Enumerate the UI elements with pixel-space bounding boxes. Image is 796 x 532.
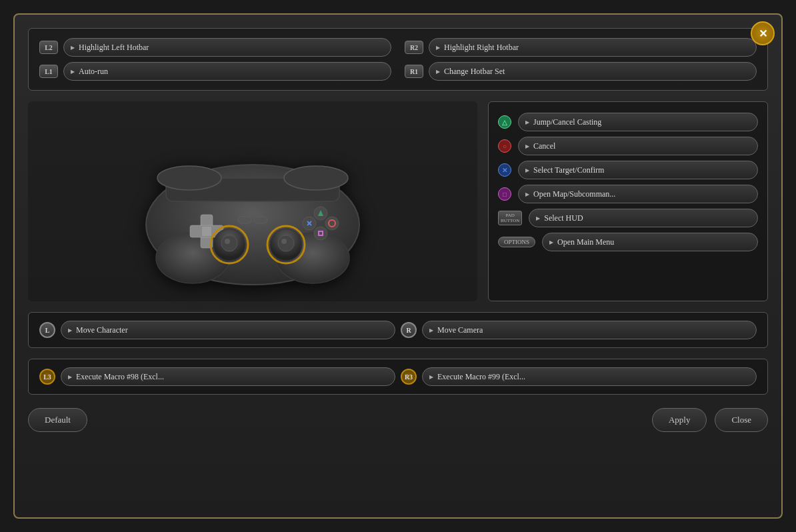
cross-icon: ✕ (498, 163, 511, 177)
svg-point-21 (325, 217, 339, 230)
r-stick-row: R ▶ Move Camera (401, 321, 757, 339)
l3-action-label: Execute Macro #98 (Excl... (76, 372, 164, 382)
controller-illustration (126, 115, 379, 288)
face-buttons-panel: △ ▶ Jump/Cancel Casting ○ ▶ Cancel ✕ ▶ (488, 101, 768, 301)
svg-point-12 (225, 239, 230, 244)
play-icon: ▶ (525, 119, 529, 125)
l3-action-btn[interactable]: ▶ Execute Macro #98 (Excl... (61, 367, 395, 386)
cross-action-label: Select Target/Confirm (533, 165, 604, 175)
l2-row: L2 ▶ Highlight Left Hotbar (39, 38, 391, 57)
circle-action-label: Cancel (533, 141, 555, 151)
play-icon: ▶ (436, 69, 440, 75)
circle-row: ○ ▶ Cancel (498, 137, 758, 155)
options-action-label: Open Main Menu (557, 237, 614, 247)
close-icon: ✕ (759, 27, 767, 40)
play-icon: ▶ (536, 215, 540, 221)
r3-row: R3 ▶ Execute Macro #99 (Excl... (401, 367, 757, 386)
middle-section: △ ▶ Jump/Cancel Casting ○ ▶ Cancel ✕ ▶ (28, 101, 768, 301)
triangle-action-btn[interactable]: ▶ Jump/Cancel Casting (518, 113, 758, 131)
close-button[interactable]: Close (715, 408, 768, 432)
square-action-label: Open Map/Subcomman... (533, 189, 615, 199)
r1-action-label: Change Hotbar Set (444, 67, 505, 77)
footer-right-buttons: Apply Close (652, 408, 768, 432)
play-icon: ▶ (525, 143, 529, 149)
controller-area (28, 101, 477, 301)
macros-section: L3 ▶ Execute Macro #98 (Excl... R3 ▶ Exe… (28, 359, 768, 395)
r2-action-btn[interactable]: ▶ Highlight Right Hotbar (429, 38, 757, 57)
pad-badge: PADBUTTON (498, 211, 522, 226)
square-action-btn[interactable]: ▶ Open Map/Subcomman... (518, 185, 758, 203)
play-icon: ▶ (71, 69, 75, 75)
svg-point-4 (157, 166, 221, 190)
play-icon: ▶ (68, 327, 72, 333)
play-icon: ▶ (429, 327, 433, 333)
r3-action-btn[interactable]: ▶ Execute Macro #99 (Excl... (422, 367, 757, 386)
pad-button-row: PADBUTTON ▶ Select HUD (498, 209, 758, 227)
options-row: OPTIONS ▶ Open Main Menu (498, 233, 758, 251)
r1-badge: R1 (405, 65, 423, 78)
r-stick-badge: R (401, 322, 417, 338)
play-icon: ▶ (549, 239, 553, 245)
svg-point-5 (284, 166, 348, 190)
l2-action-label: Highlight Left Hotbar (79, 43, 149, 53)
l3-badge: L3 (39, 369, 55, 385)
l1-row: L1 ▶ Auto-run (39, 62, 391, 81)
pad-action-btn[interactable]: ▶ Select HUD (529, 209, 758, 227)
l2-action-btn[interactable]: ▶ Highlight Left Hotbar (63, 38, 391, 57)
svg-rect-17 (238, 217, 251, 223)
r3-badge: R3 (401, 369, 417, 385)
square-icon: □ (498, 187, 511, 201)
l2-badge: L2 (39, 41, 58, 54)
triangle-row: △ ▶ Jump/Cancel Casting (498, 113, 758, 131)
triangle-icon: △ (498, 115, 511, 129)
l-stick-action-label: Move Character (76, 325, 128, 335)
l3-row: L3 ▶ Execute Macro #98 (Excl... (39, 367, 395, 386)
l-stick-row: L ▶ Move Character (39, 321, 395, 339)
default-button[interactable]: Default (28, 408, 87, 432)
r2-badge: R2 (405, 41, 423, 54)
cross-row: ✕ ▶ Select Target/Confirm (498, 161, 758, 179)
r1-row: R1 ▶ Change Hotbar Set (405, 62, 757, 81)
l-stick-badge: L (39, 322, 55, 338)
triangle-action-label: Jump/Cancel Casting (533, 117, 601, 127)
l1-action-btn[interactable]: ▶ Auto-run (63, 62, 391, 81)
cross-action-btn[interactable]: ▶ Select Target/Confirm (518, 161, 758, 179)
svg-rect-18 (254, 217, 267, 223)
l1-action-label: Auto-run (79, 67, 108, 77)
circle-icon: ○ (498, 139, 511, 153)
r2-action-label: Highlight Right Hotbar (444, 43, 519, 53)
footer: Default Apply Close (28, 408, 768, 432)
play-icon: ▶ (525, 167, 529, 173)
r-stick-action-btn[interactable]: ▶ Move Camera (422, 321, 757, 339)
close-icon-btn[interactable]: ✕ (751, 21, 775, 45)
play-icon: ▶ (429, 374, 433, 380)
r1-action-btn[interactable]: ▶ Change Hotbar Set (429, 62, 757, 81)
svg-rect-8 (202, 227, 211, 236)
play-icon: ▶ (525, 191, 529, 197)
apply-button[interactable]: Apply (652, 408, 707, 432)
gamepad-settings-dialog: ✕ L2 ▶ Highlight Left Hotbar R2 ▶ Highli… (13, 13, 783, 519)
l1-badge: L1 (39, 65, 58, 78)
options-badge: OPTIONS (498, 237, 535, 247)
triggers-section: L2 ▶ Highlight Left Hotbar R2 ▶ Highligh… (28, 28, 768, 91)
svg-point-11 (221, 235, 237, 251)
play-icon: ▶ (68, 374, 72, 380)
r3-action-label: Execute Macro #99 (Excl... (437, 372, 525, 382)
l-stick-action-btn[interactable]: ▶ Move Character (61, 321, 395, 339)
svg-point-16 (281, 239, 287, 244)
play-icon: ▶ (436, 45, 440, 51)
play-icon: ▶ (71, 45, 75, 51)
sticks-section: L ▶ Move Character R ▶ Move Camera (28, 312, 768, 348)
r-stick-action-label: Move Camera (437, 325, 483, 335)
options-action-btn[interactable]: ▶ Open Main Menu (542, 233, 758, 251)
square-row: □ ▶ Open Map/Subcomman... (498, 185, 758, 203)
svg-point-15 (278, 235, 294, 251)
svg-point-22 (314, 227, 327, 240)
circle-action-btn[interactable]: ▶ Cancel (518, 137, 758, 155)
r2-row: R2 ▶ Highlight Right Hotbar (405, 38, 757, 57)
pad-action-label: Select HUD (544, 213, 583, 223)
